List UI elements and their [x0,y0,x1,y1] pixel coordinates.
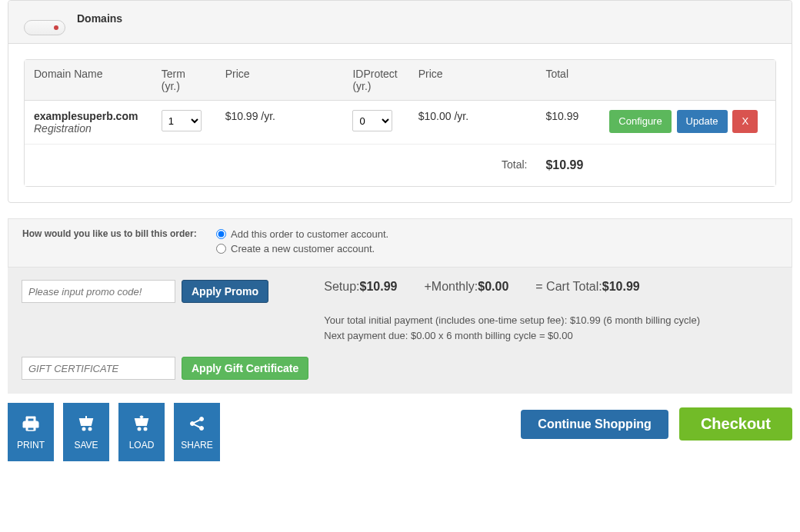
col-idprotect: IDProtect (yr.) [343,60,408,101]
domains-panel: Domains Domain Name Term (yr.) Price IDP… [8,0,792,203]
col-domain: Domain Name [25,60,152,101]
billing-panel: How would you like us to bill this order… [8,218,792,268]
save-label: SAVE [74,440,98,451]
idprotect-select[interactable]: 0 [352,110,392,131]
cart-total-label: = Cart Total: [535,280,602,293]
summary-note-1: Your total initial payment (includes one… [324,313,778,328]
summary-top: Setup:$10.99 +Monthly:$0.00 = Cart Total… [324,280,778,294]
svg-point-2 [138,427,141,430]
setup-value: $10.99 [360,280,398,293]
total-label: Total: [409,145,537,187]
price-cell: $10.99 /yr. [216,101,344,145]
billing-radio-existing[interactable] [216,229,226,239]
billing-option-existing-label: Add this order to customer account. [231,228,388,240]
svg-point-1 [89,427,92,430]
print-label: PRINT [17,440,45,451]
load-button[interactable]: LOAD [118,403,165,461]
save-button[interactable]: SAVE [63,403,109,461]
domains-header: Domains [8,1,792,44]
col-idprice: Price [409,60,537,101]
billing-option-new-label: Create a new customer account. [231,243,375,254]
cart-down-icon [75,414,97,435]
share-icon [186,414,208,435]
domain-icon [24,20,65,35]
svg-point-3 [145,427,147,430]
load-label: LOAD [129,440,155,451]
billing-question: How would you like us to bill this order… [22,228,216,258]
col-price: Price [216,60,344,101]
billing-option-new[interactable]: Create a new customer account. [216,243,778,254]
update-button[interactable]: Update [677,110,728,133]
domains-table: Domain Name Term (yr.) Price IDProtect (… [25,60,775,186]
configure-button[interactable]: Configure [609,110,671,133]
cart-up-icon [131,414,152,435]
idprice-cell: $10.00 /yr. [409,101,537,145]
domain-type: Registration [34,122,143,135]
col-term: Term (yr.) [152,60,216,101]
apply-gift-button[interactable]: Apply Gift Certificate [182,357,308,380]
term-select[interactable]: 1 [162,110,202,131]
monthly-value: $0.00 [478,280,508,293]
promo-panel: Apply Promo Apply Gift Certificate Setup… [8,268,792,394]
table-row: examplesuperb.com Registration 1 $10.99 … [25,101,775,145]
domain-name: examplesuperb.com [34,110,143,122]
remove-button[interactable]: X [732,110,758,133]
row-total: $10.99 [536,101,600,145]
total-row: Total: $10.99 [25,145,775,187]
domains-title: Domains [77,12,122,25]
promo-code-input[interactable] [22,280,175,303]
col-actions [600,60,775,101]
print-button[interactable]: PRINT [8,403,54,461]
total-value: $10.99 [536,145,600,187]
svg-point-0 [83,427,85,430]
col-total: Total [536,60,600,101]
share-button[interactable]: SHARE [174,403,220,461]
monthly-label: +Monthly: [424,280,478,293]
apply-promo-button[interactable]: Apply Promo [182,280,268,303]
summary-note-2: Next payment due: $0.00 x 6 month billin… [324,328,778,344]
billing-radio-new[interactable] [216,244,226,254]
continue-shopping-button[interactable]: Continue Shopping [521,410,668,439]
gift-certificate-input[interactable] [22,357,175,380]
share-label: SHARE [181,440,212,451]
billing-option-existing[interactable]: Add this order to customer account. [216,228,778,240]
print-icon [20,414,42,435]
footer-bar: PRINT SAVE LOAD SHARE Co [8,394,792,469]
cart-total-value: $10.99 [602,280,640,293]
setup-label: Setup: [324,280,359,293]
checkout-button[interactable]: Checkout [679,407,792,441]
